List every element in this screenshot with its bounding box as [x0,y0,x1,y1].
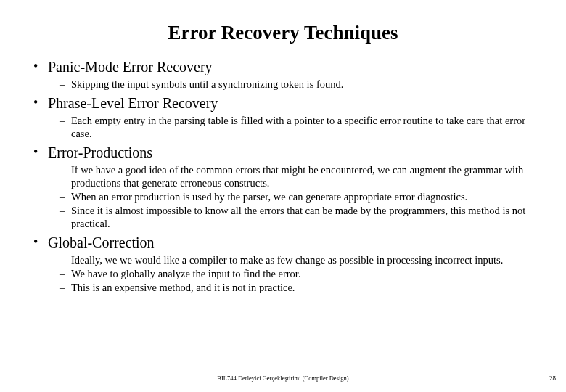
section-item: Global-Correction Ideally, we we would l… [26,233,540,294]
section-item: Error-Productions If we have a good idea… [26,143,540,230]
section-heading: Error-Productions [48,143,540,162]
sub-list: Ideally, we we would like a compiler to … [48,253,540,294]
page-number: 28 [549,375,556,382]
sub-list: Skipping the input symbols until a synch… [48,78,540,91]
sub-list: If we have a good idea of the common err… [48,163,540,230]
sub-point: If we have a good idea of the common err… [48,163,540,189]
section-heading: Panic-Mode Error Recovery [48,57,540,76]
section-heading: Phrase-Level Error Recovery [48,94,540,113]
section-item: Panic-Mode Error Recovery Skipping the i… [26,57,540,91]
main-list: Panic-Mode Error Recovery Skipping the i… [26,57,540,294]
section-heading: Global-Correction [48,233,540,252]
sub-point: Ideally, we we would like a compiler to … [48,253,540,266]
section-item: Phrase-Level Error Recovery Each empty e… [26,94,540,140]
sub-point: We have to globally analyze the input to… [48,267,540,280]
sub-list: Each empty entry in the parsing table is… [48,114,540,140]
slide-title: Error Recovery Techniques [26,22,540,44]
footer-text: BIL744 Derleyici Gerçekleştirimi (Compil… [0,375,566,382]
sub-point: When an error production is used by the … [48,190,540,203]
sub-point: Each empty entry in the parsing table is… [48,114,540,140]
sub-point: Skipping the input symbols until a synch… [48,78,540,91]
sub-point: Since it is almost impossible to know al… [48,204,540,230]
sub-point: This is an expensive method, and it is n… [48,281,540,294]
